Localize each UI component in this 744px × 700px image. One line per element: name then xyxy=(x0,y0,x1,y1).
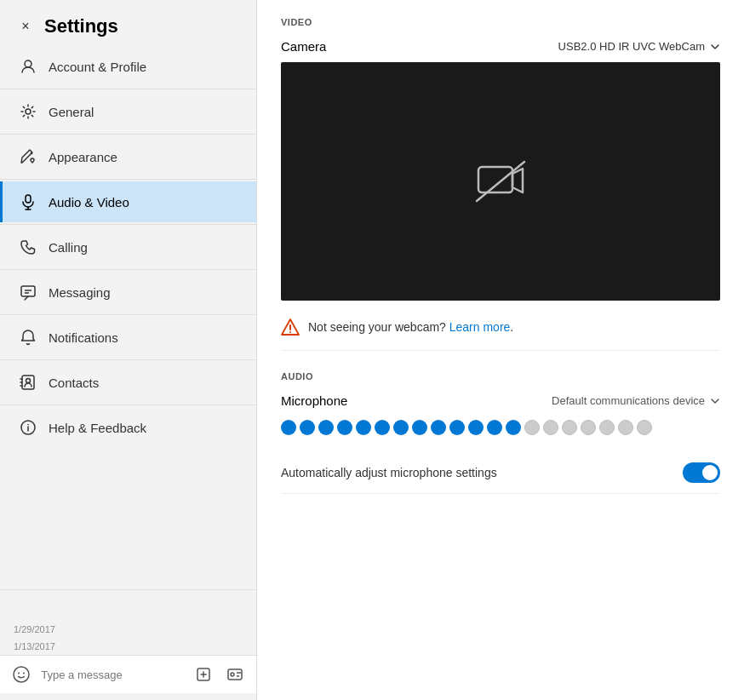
volume-dot xyxy=(487,420,502,435)
volume-dot xyxy=(337,420,352,435)
gear-icon xyxy=(20,103,37,120)
message-icon xyxy=(20,284,37,301)
sidebar-item-calling[interactable]: Calling xyxy=(0,227,256,267)
sidebar-item-notifications[interactable]: Notifications xyxy=(0,317,256,358)
appearance-label: Appearance xyxy=(49,150,117,164)
svg-point-1 xyxy=(26,109,31,114)
volume-meter xyxy=(281,420,720,435)
toggle-knob xyxy=(702,465,718,480)
sidebar-item-account[interactable]: Account & Profile xyxy=(0,46,256,87)
messaging-label: Messaging xyxy=(49,285,111,300)
chat-date-2: 1/13/2017 xyxy=(0,638,256,655)
auto-adjust-toggle[interactable] xyxy=(683,462,720,483)
contacts-label: Contacts xyxy=(49,376,99,390)
sidebar-item-contacts[interactable]: Contacts xyxy=(0,362,256,403)
sidebar-header: × Settings xyxy=(0,0,256,46)
volume-dot xyxy=(543,420,558,435)
audio-section-label: AUDIO xyxy=(281,371,720,382)
phone-icon xyxy=(20,238,37,255)
svg-point-12 xyxy=(27,424,29,426)
account-label: Account & Profile xyxy=(49,60,146,74)
sidebar: × Settings Account & Profile xyxy=(0,0,257,700)
svg-rect-5 xyxy=(21,286,35,296)
calling-label: Calling xyxy=(49,240,88,255)
camera-label: Camera xyxy=(281,39,326,54)
appearance-icon xyxy=(20,148,37,165)
info-icon xyxy=(20,419,37,436)
sidebar-item-audio-video[interactable]: Audio & Video xyxy=(0,181,256,222)
chat-input-bar xyxy=(0,655,256,693)
volume-dot xyxy=(318,420,334,435)
volume-dot xyxy=(281,420,296,435)
notifications-label: Notifications xyxy=(49,330,118,345)
camera-chevron-down-icon xyxy=(710,42,720,52)
warning-icon xyxy=(281,318,300,336)
video-section-label: VIDEO xyxy=(281,17,720,27)
svg-point-25 xyxy=(289,331,291,333)
emoji-button[interactable] xyxy=(10,663,32,686)
svg-point-15 xyxy=(23,673,25,674)
svg-rect-2 xyxy=(26,195,31,203)
bell-icon xyxy=(20,329,37,346)
volume-dot xyxy=(468,420,484,435)
main-content: VIDEO Camera USB2.0 HD IR UVC WebCam xyxy=(257,0,744,700)
sidebar-bottom: 1/29/2017 1/13/2017 xyxy=(0,589,256,700)
sidebar-item-messaging[interactable]: Messaging xyxy=(0,272,256,313)
svg-point-14 xyxy=(18,673,20,674)
mic-chevron-down-icon xyxy=(710,396,720,406)
webcam-warning-text: Not seeing your webcam? Learn more. xyxy=(308,320,513,334)
camera-device-name: USB2.0 HD IR UVC WebCam xyxy=(558,40,705,53)
help-label: Help & Feedback xyxy=(49,421,146,435)
auto-adjust-row: Automatically adjust microphone settings xyxy=(281,452,720,494)
volume-dot xyxy=(375,420,390,435)
camera-off-icon xyxy=(475,160,526,203)
volume-dot xyxy=(506,420,521,435)
svg-point-9 xyxy=(26,379,31,383)
volume-dot xyxy=(393,420,409,435)
svg-rect-21 xyxy=(478,167,512,192)
volume-dot xyxy=(300,420,315,435)
volume-dot xyxy=(618,420,633,435)
chat-input[interactable] xyxy=(41,668,184,681)
volume-dot xyxy=(431,420,446,435)
svg-point-13 xyxy=(14,667,29,682)
camera-select-dropdown[interactable]: USB2.0 HD IR UVC WebCam xyxy=(558,40,720,53)
person-icon xyxy=(20,58,37,75)
general-label: General xyxy=(49,105,94,119)
sidebar-item-appearance[interactable]: Appearance xyxy=(0,136,256,177)
microphone-icon xyxy=(20,193,37,210)
attachment-button[interactable] xyxy=(192,663,215,686)
camera-row: Camera USB2.0 HD IR UVC WebCam xyxy=(281,39,720,54)
microphone-label: Microphone xyxy=(281,393,347,408)
chat-date-1: 1/29/2017 xyxy=(0,621,256,638)
contact-card-button[interactable] xyxy=(224,663,246,686)
sidebar-item-general[interactable]: General xyxy=(0,91,256,132)
svg-point-18 xyxy=(231,673,234,676)
volume-dot xyxy=(412,420,427,435)
volume-dot xyxy=(449,420,465,435)
audio-video-label: Audio & Video xyxy=(49,195,129,209)
microphone-device-name: Default communications device xyxy=(552,394,705,407)
auto-adjust-label: Automatically adjust microphone settings xyxy=(281,466,497,479)
learn-more-link[interactable]: Learn more xyxy=(449,320,511,334)
svg-point-0 xyxy=(25,60,31,67)
microphone-select-dropdown[interactable]: Default communications device xyxy=(552,394,720,407)
volume-dot xyxy=(599,420,615,435)
volume-dot xyxy=(356,420,371,435)
close-button[interactable]: × xyxy=(17,18,34,35)
settings-title: Settings xyxy=(44,15,118,37)
volume-dot xyxy=(581,420,596,435)
volume-dot xyxy=(562,420,577,435)
contacts-icon xyxy=(20,374,37,391)
svg-marker-22 xyxy=(512,169,523,192)
sidebar-item-help[interactable]: Help & Feedback xyxy=(0,407,256,448)
volume-dot xyxy=(637,420,652,435)
webcam-warning: Not seeing your webcam? Learn more. xyxy=(281,318,720,351)
microphone-row: Microphone Default communications device xyxy=(281,393,720,408)
volume-dot xyxy=(524,420,540,435)
camera-preview xyxy=(281,62,720,301)
